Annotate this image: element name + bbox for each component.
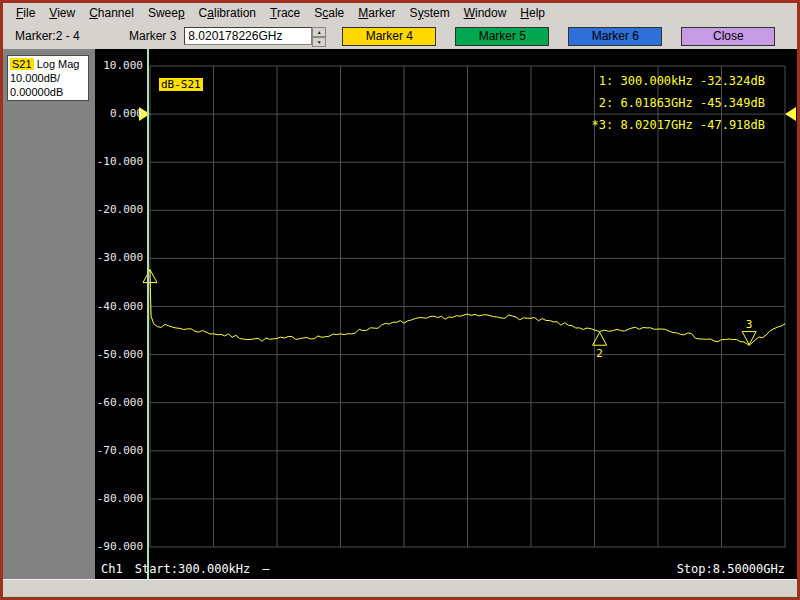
menu-help[interactable]: Help [513, 4, 552, 22]
y-axis-tick: -90.000 [95, 540, 143, 553]
trace-format-chip[interactable]: dB-S21 [159, 78, 203, 91]
marker3-label: Marker 3 [129, 29, 176, 43]
toolbar: Marker:2 - 4 Marker 3 ▲ ▼ Marker 4Marker… [3, 23, 797, 49]
marker-readout: 1: 300.000kHz -32.324dB [592, 70, 765, 92]
y-axis-tick: 10.000 [95, 59, 143, 72]
sweep-range-labels: Ch1Start:300.000kHz— [101, 562, 270, 576]
marker-3-number: 3 [746, 318, 753, 331]
y-axis-tick: -20.000 [95, 203, 143, 216]
sidebar: S21 Log Mag 10.000dB/ 0.00000dB [3, 49, 95, 579]
bottom-accent-line [3, 596, 797, 598]
marker3-frequency-spinbox: ▲ ▼ [184, 27, 326, 45]
y-axis-tick: -50.000 [95, 348, 143, 361]
start-label: Start:300.000kHz [135, 562, 251, 576]
trace-status-panel[interactable]: S21 Log Mag 10.000dB/ 0.00000dB [7, 55, 89, 101]
menu-system[interactable]: System [403, 4, 457, 22]
y-axis-tick: -10.000 [95, 155, 143, 168]
menu-marker[interactable]: Marker [351, 4, 402, 22]
marker3-frequency-input[interactable] [184, 27, 312, 45]
trace-scale-label: 10.000dB/ [10, 71, 86, 85]
marker-5-button[interactable]: Marker 5 [455, 27, 549, 46]
y-axis-tick: -80.000 [95, 492, 143, 505]
main-content: S21 Log Mag 10.000dB/ 0.00000dB 23 10.00… [3, 49, 797, 579]
y-axis-tick: -30.000 [95, 251, 143, 264]
spin-up-icon[interactable]: ▲ [312, 27, 326, 37]
menu-window[interactable]: Window [457, 4, 514, 22]
marker-2-number: 2 [596, 347, 603, 360]
menu-trace[interactable]: Trace [263, 4, 307, 22]
marker-readout: *3: 8.02017GHz -47.918dB [592, 114, 765, 136]
y-axis-tick: 0.000 [95, 107, 143, 120]
marker-readout: 2: 6.01863GHz -45.349dB [592, 92, 765, 114]
menu-file[interactable]: File [9, 4, 42, 22]
marker-4-button[interactable]: Marker 4 [342, 27, 436, 46]
sweep-indicator: — [262, 562, 269, 576]
menu-bar: FileViewChannelSweepCalibrationTraceScal… [3, 3, 797, 23]
menu-sweep[interactable]: Sweep [141, 4, 192, 22]
trace-name-chip: S21 [10, 58, 34, 70]
trace-title-row: S21 Log Mag [10, 57, 86, 71]
channel-label: Ch1 [101, 562, 123, 576]
menu-channel[interactable]: Channel [82, 4, 141, 22]
vna-application-window: { "colors": { "border_red": "#a03020", "… [0, 0, 800, 600]
reference-level-right-triangle[interactable] [785, 107, 796, 121]
marker-readouts: 1: 300.000kHz -32.324dB2: 6.01863GHz -45… [592, 70, 765, 136]
y-axis-tick: -40.000 [95, 300, 143, 313]
marker-range-label: Marker:2 - 4 [15, 29, 115, 43]
spinner: ▲ ▼ [312, 27, 326, 45]
toolbar-buttons: Marker 4Marker 5Marker 6Close [342, 27, 775, 46]
stop-label: Stop:8.50000GHz [677, 562, 785, 576]
status-bar [3, 579, 797, 596]
y-axis-tick: -60.000 [95, 396, 143, 409]
menu-scale[interactable]: Scale [307, 4, 351, 22]
y-axis-tick: -70.000 [95, 444, 143, 457]
menu-calibration[interactable]: Calibration [192, 4, 263, 22]
menu-view[interactable]: View [42, 4, 82, 22]
plot-area: 23 10.0000.000-10.000-20.000-30.000-40.0… [95, 49, 797, 579]
close-button[interactable]: Close [681, 27, 775, 46]
trace-ref-label: 0.00000dB [10, 85, 86, 99]
trace-format-label: Log Mag [37, 58, 80, 70]
spin-down-icon[interactable]: ▼ [312, 37, 326, 47]
channel-active-indicator [147, 49, 149, 579]
marker-6-button[interactable]: Marker 6 [568, 27, 662, 46]
